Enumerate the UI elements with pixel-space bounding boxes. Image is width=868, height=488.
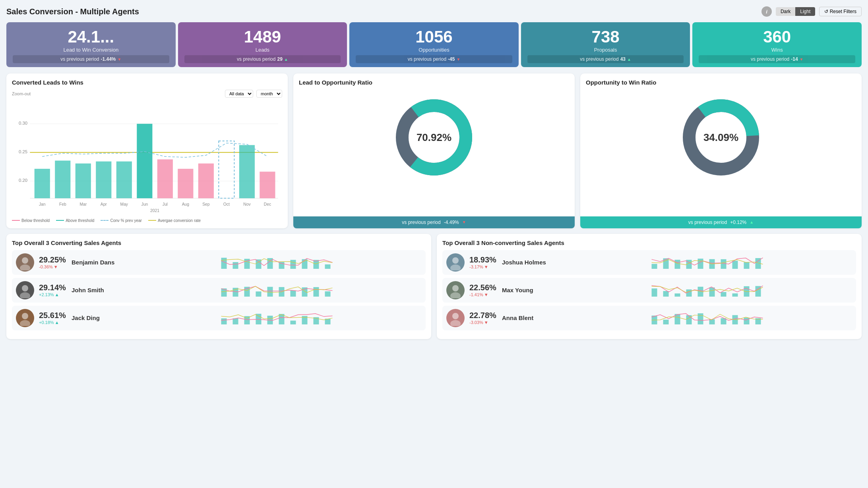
agent-name: Jack Ding <box>72 314 127 321</box>
agent-name: John Smith <box>72 287 127 293</box>
kpi-card-opportunities: 1056 Opportunities vs previous period -4… <box>349 22 519 67</box>
lead-opp-arrow-down-icon: ▼ <box>462 220 466 224</box>
agent-avatar <box>16 309 34 327</box>
agent-row[interactable]: 25.61% +0.18% ▲ Jack Ding <box>12 306 426 330</box>
svg-text:0.25: 0.25 <box>19 149 27 154</box>
info-button[interactable]: i <box>761 6 772 17</box>
kpi-card-wins: 360 Wins vs previous period -14 ▼ <box>692 22 862 67</box>
svg-rect-9 <box>55 161 70 199</box>
svg-point-38 <box>20 264 30 270</box>
svg-rect-17 <box>219 141 234 198</box>
main-content: Converted Leads to Wins Zoom-out All dat… <box>6 73 862 228</box>
agent-row[interactable]: 22.56% -1.41% ▼ Max Young <box>442 278 856 303</box>
svg-point-62 <box>20 320 30 326</box>
svg-rect-64 <box>233 318 238 324</box>
svg-rect-13 <box>137 124 152 199</box>
chart-toolbar: Zoom-out All data month <box>12 90 282 98</box>
svg-rect-8 <box>35 169 50 198</box>
agent-row[interactable]: 29.14% +2.13% ▲ John Smith <box>12 278 426 303</box>
agent-sparkline <box>562 282 852 299</box>
svg-rect-12 <box>116 162 132 199</box>
svg-rect-100 <box>663 320 669 324</box>
kpi-change-opportunities: vs previous period -45 ▼ <box>356 55 512 63</box>
sparkline-svg <box>132 309 422 325</box>
svg-rect-44 <box>279 262 285 269</box>
dark-theme-button[interactable]: Dark <box>776 7 795 16</box>
svg-rect-81 <box>721 259 727 269</box>
svg-rect-82 <box>732 261 738 269</box>
agent-row[interactable]: 18.93% -3.17% ▼ Joshua Holmes <box>442 250 856 275</box>
agent-percentage: 18.93% -3.17% ▼ <box>469 255 497 269</box>
legend-below-threshold: Below threshold <box>12 218 50 223</box>
avatar-icon <box>17 255 33 270</box>
opportunity-win-donut: 34.09% <box>586 90 856 212</box>
kpi-label-leads: Leads <box>256 47 269 53</box>
svg-rect-46 <box>302 259 308 269</box>
top-converting-title: Top Overall 3 Converting Sales Agents <box>12 239 426 246</box>
lead-opportunity-value: 70.92% <box>417 131 451 144</box>
agent-sparkline <box>562 254 852 271</box>
kpi-label-lead-to-win: Lead to Win Conversion <box>63 47 118 53</box>
svg-rect-15 <box>178 169 193 198</box>
top-converting-agents-list: 29.25% -0.36% ▼ Benjamin Dans 29.14% <box>12 250 426 330</box>
month-select[interactable]: month <box>256 90 282 98</box>
svg-rect-18 <box>239 145 255 199</box>
svg-rect-54 <box>256 291 262 297</box>
svg-rect-48 <box>325 264 331 269</box>
svg-rect-83 <box>744 262 750 269</box>
svg-rect-19 <box>260 172 275 198</box>
kpi-value-wins: 360 <box>763 28 791 46</box>
agent-row[interactable]: 22.78% -3.03% ▼ Anna Blent <box>442 306 856 330</box>
kpi-label-proposals: Proposals <box>594 47 617 53</box>
svg-rect-60 <box>325 291 331 297</box>
agent-row[interactable]: 29.25% -0.36% ▼ Benjamin Dans <box>12 250 426 275</box>
top-non-converting-panel: Top Overall 3 Non-converting Sales Agent… <box>437 234 862 339</box>
svg-text:Jul: Jul <box>163 202 168 206</box>
kpi-value-proposals: 738 <box>592 28 620 46</box>
legend-below-threshold-color <box>12 220 20 221</box>
svg-rect-10 <box>76 164 91 199</box>
svg-rect-88 <box>663 291 669 297</box>
kpi-change-lead-to-win: vs previous period -1.44% ▼ <box>13 55 169 63</box>
svg-rect-66 <box>256 314 262 324</box>
svg-rect-14 <box>157 160 173 199</box>
svg-rect-104 <box>709 319 715 324</box>
top-non-converting-agents-list: 18.93% -3.17% ▼ Joshua Holmes 22.56% <box>442 250 856 330</box>
converted-leads-title: Converted Leads to Wins <box>12 79 282 86</box>
agent-avatar <box>16 253 34 272</box>
all-data-select[interactable]: All data <box>225 90 253 98</box>
legend-avg-rate: Avergae conversion rate <box>148 218 201 223</box>
kpi-value-leads: 1489 <box>244 28 281 46</box>
agent-sparkline <box>132 282 422 299</box>
sparkline-svg <box>562 282 852 297</box>
zoom-out-label[interactable]: Zoom-out <box>12 91 31 96</box>
svg-rect-57 <box>291 291 296 297</box>
dashboard: Sales Conversion - Multiple Agents i Dar… <box>0 0 868 345</box>
avatar-icon <box>17 310 33 326</box>
agent-avatar <box>446 309 465 327</box>
converted-leads-panel: Converted Leads to Wins Zoom-out All dat… <box>6 73 288 228</box>
agent-sparkline <box>132 309 422 326</box>
svg-text:Apr: Apr <box>101 202 107 206</box>
svg-text:Jun: Jun <box>141 202 148 206</box>
svg-rect-75 <box>652 264 657 269</box>
light-theme-button[interactable]: Light <box>795 7 815 16</box>
lead-opportunity-footer: vs previous period -4.49% ▼ <box>293 216 575 228</box>
svg-rect-102 <box>686 315 692 324</box>
reset-filters-button[interactable]: ↺ Reset Filters <box>819 7 862 16</box>
kpi-card-proposals: 738 Proposals vs previous period 43 ▲ <box>521 22 690 67</box>
avatar-icon <box>448 282 463 298</box>
svg-point-74 <box>450 264 461 270</box>
svg-text:0.30: 0.30 <box>19 121 27 125</box>
svg-text:Sep: Sep <box>202 202 210 206</box>
agent-avatar <box>446 253 465 272</box>
opportunity-win-title: Opportunity to Win Ratio <box>586 79 856 86</box>
agent-percentage: 29.25% -0.36% ▼ <box>39 255 67 269</box>
bar-chart: 0.30 0.25 0.20 <box>12 100 282 216</box>
svg-text:Jan: Jan <box>39 202 46 206</box>
svg-rect-93 <box>721 292 727 297</box>
agent-name: Max Young <box>502 287 558 293</box>
lead-opportunity-donut: 70.92% <box>299 90 569 212</box>
legend-above-threshold: Above threshold <box>56 218 94 223</box>
kpi-label-wins: Wins <box>771 47 783 53</box>
